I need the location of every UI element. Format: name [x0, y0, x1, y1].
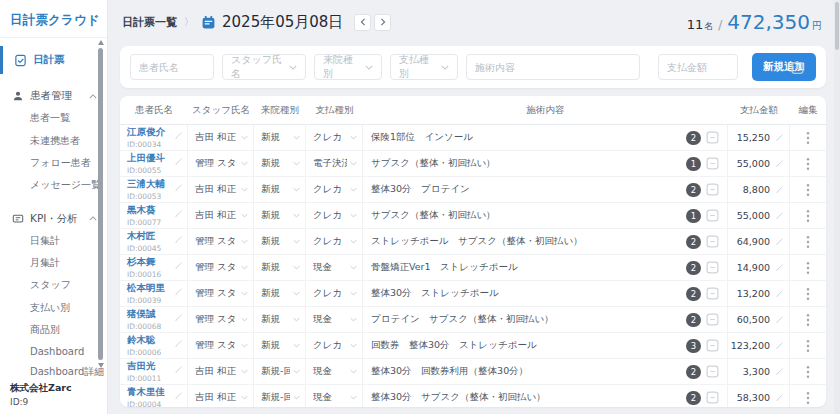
page-scrollbar-thumb[interactable] [835, 2, 839, 50]
patient-cell[interactable]: 黒木葵 ID:00077 [120, 203, 188, 228]
memo-icon[interactable] [706, 131, 719, 144]
pencil-icon[interactable] [775, 315, 784, 324]
row-menu-button[interactable] [790, 125, 826, 150]
row-menu-button[interactable] [790, 177, 826, 202]
patient-cell[interactable]: 木村匠 ID:00045 [120, 229, 188, 254]
add-new-button[interactable]: 新規追加 [752, 53, 816, 81]
payment-type-select[interactable]: クレカ [306, 229, 363, 254]
pencil-icon[interactable] [775, 289, 784, 298]
pencil-icon[interactable] [775, 367, 784, 376]
scroll-down-arrow-icon[interactable] [98, 363, 104, 368]
pencil-icon[interactable] [174, 339, 183, 348]
staff-select[interactable]: 吉田 和正 [188, 203, 254, 228]
payment-type-select[interactable]: 現金 [306, 359, 363, 384]
sidebar-subitem[interactable]: 支払い別 [30, 297, 107, 319]
visit-type-select[interactable]: 新規 [254, 203, 306, 228]
sidebar-subitem[interactable]: 患者一覧 [30, 107, 107, 129]
pencil-icon[interactable] [174, 157, 183, 166]
patient-cell[interactable]: 青木里佳 ID:00004 [120, 385, 188, 407]
row-menu-button[interactable] [790, 203, 826, 228]
payment-type-select[interactable]: 現金 [306, 255, 363, 280]
payment-type-select[interactable]: 現金 [306, 307, 363, 332]
pencil-icon[interactable] [174, 365, 183, 374]
pencil-icon[interactable] [174, 235, 183, 244]
sidebar-subitem[interactable]: Dashboard [30, 341, 107, 360]
sidebar-subitem[interactable]: スタッフ [30, 274, 107, 296]
staff-select[interactable]: 吉田 和正 [188, 359, 254, 384]
sidebar-group-header-kpi[interactable]: KPI・分析 [0, 208, 107, 230]
patient-name-link[interactable]: 江原俊介 [127, 126, 165, 139]
staff-select[interactable]: 管理 スタッフ [188, 151, 254, 176]
sidebar-subitem[interactable]: フォロー患者 [30, 152, 107, 174]
pencil-icon[interactable] [775, 211, 784, 220]
patient-cell[interactable]: 猪俣誠 ID:00068 [120, 307, 188, 332]
amount-filter-input[interactable] [658, 54, 738, 80]
patient-name-link[interactable]: 三浦大輔 [127, 178, 165, 191]
breadcrumb[interactable]: 日計票一覧 [122, 15, 177, 30]
staff-select[interactable]: 管理 スタッフ [188, 281, 254, 306]
pencil-icon[interactable] [174, 209, 183, 218]
payment-type-select[interactable]: クレカ [306, 203, 363, 228]
staff-select[interactable]: 吉田 和正 [188, 177, 254, 202]
treatment-filter-input[interactable] [466, 54, 640, 80]
patient-cell[interactable]: 三浦大輔 ID:00053 [120, 177, 188, 202]
patient-name-filter-input[interactable] [130, 54, 214, 80]
visit-type-select[interactable]: 新規 [254, 333, 306, 358]
payment-type-select[interactable]: クレカ [306, 125, 363, 150]
patient-cell[interactable]: 吉田光 ID:00011 [120, 359, 188, 384]
memo-icon[interactable] [706, 391, 719, 404]
sidebar-subitem[interactable]: Dashboard詳細 [30, 361, 107, 378]
patient-name-link[interactable]: 黒木葵 [127, 204, 156, 217]
visit-type-select[interactable]: 新規 [254, 125, 306, 150]
pencil-icon[interactable] [174, 131, 183, 140]
sidebar-scrollbar[interactable] [97, 40, 104, 374]
pencil-icon[interactable] [174, 261, 183, 270]
patient-cell[interactable]: 上田優斗 ID:00055 [120, 151, 188, 176]
visit-type-filter-select[interactable]: 来院種別 [314, 54, 382, 80]
sidebar-subitem[interactable]: 未連携患者 [30, 129, 107, 151]
pencil-icon[interactable] [775, 341, 784, 350]
memo-icon[interactable] [706, 235, 719, 248]
chevron-up-icon[interactable] [89, 216, 97, 221]
visit-type-select[interactable]: 新規 [254, 307, 306, 332]
page-scrollbar[interactable] [834, 0, 840, 414]
visit-type-select[interactable]: 新規-回… [254, 359, 306, 384]
sidebar-subitem[interactable]: 月集計 [30, 252, 107, 274]
pencil-icon[interactable] [775, 393, 784, 402]
sidebar-item-daily-report[interactable]: 日計票 [0, 46, 107, 74]
row-menu-button[interactable] [790, 229, 826, 254]
pencil-icon[interactable] [174, 313, 183, 322]
patient-name-link[interactable]: 青木里佳 [127, 386, 165, 399]
visit-type-select[interactable]: 新規 [254, 177, 306, 202]
memo-icon[interactable] [706, 261, 719, 274]
visit-type-select[interactable]: 新規 [254, 255, 306, 280]
staff-select[interactable]: 管理 スタッフ [188, 255, 254, 280]
patient-cell[interactable]: 松本明里 ID:00039 [120, 281, 188, 306]
memo-icon[interactable] [706, 183, 719, 196]
payment-type-select[interactable]: 現金 [306, 385, 363, 407]
staff-name-filter-select[interactable]: スタッフ氏名 [222, 54, 306, 80]
patient-name-link[interactable]: 木村匠 [127, 230, 156, 243]
payment-type-select[interactable]: クレカ [306, 177, 363, 202]
payment-type-filter-select[interactable]: 支払種別 [390, 54, 458, 80]
visit-type-select[interactable]: 新規-回… [254, 385, 306, 407]
pencil-icon[interactable] [775, 159, 784, 168]
prev-day-button[interactable] [354, 14, 371, 31]
memo-icon[interactable] [706, 287, 719, 300]
patient-name-link[interactable]: 吉田光 [127, 360, 156, 373]
memo-icon[interactable] [706, 313, 719, 326]
chevron-up-icon[interactable] [89, 94, 97, 99]
row-menu-button[interactable] [790, 385, 826, 407]
pencil-icon[interactable] [775, 133, 784, 142]
pencil-icon[interactable] [174, 287, 183, 296]
sidebar-subitem[interactable]: 日集計 [30, 230, 107, 252]
sidebar-subitem[interactable]: メッセージ一覧 [30, 174, 107, 196]
memo-icon[interactable] [706, 339, 719, 352]
staff-select[interactable]: 管理 スタッフ [188, 229, 254, 254]
pencil-icon[interactable] [174, 391, 183, 400]
patient-cell[interactable]: 鈴木聡 ID:00006 [120, 333, 188, 358]
visit-type-select[interactable]: 新規 [254, 151, 306, 176]
memo-icon[interactable] [706, 209, 719, 222]
row-menu-button[interactable] [790, 281, 826, 306]
payment-type-select[interactable]: 電子決済 [306, 151, 363, 176]
